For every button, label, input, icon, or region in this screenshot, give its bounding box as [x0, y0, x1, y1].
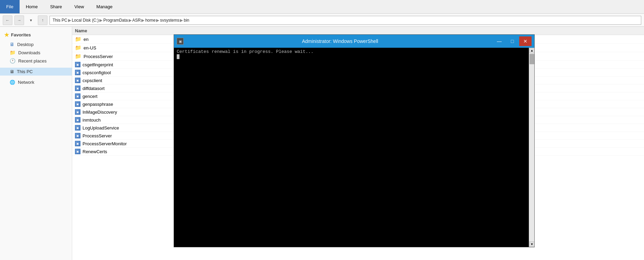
sidebar-item-recent[interactable]: 🕐 Recent places: [0, 57, 72, 65]
scroll-up-button[interactable]: ▲: [529, 48, 534, 53]
address-bar: ← → ▾ ↑ This PC ▶ Local Disk (C:) ▶ Prog…: [0, 14, 644, 27]
exe-icon: ▣: [75, 101, 80, 107]
path-separator: ▶: [156, 18, 159, 23]
recent-icon: 🕐: [10, 58, 15, 64]
path-separator: ▶: [141, 18, 144, 23]
file-name: gencert: [83, 94, 97, 99]
file-name: genpassphrase: [83, 102, 113, 107]
exe-icon: ▣: [75, 93, 80, 99]
exe-icon: ▣: [75, 70, 80, 75]
cursor-line: [177, 54, 526, 59]
sidebar-divider: [0, 76, 72, 78]
ps-content[interactable]: Certificates renewal is in progress. Ple…: [174, 48, 529, 247]
exe-icon: ▣: [75, 62, 80, 67]
sidebar-item-thispc[interactable]: 🖥 This PC: [0, 68, 72, 76]
sidebar-divider: [0, 65, 72, 68]
file-name: LogUploadService: [83, 125, 119, 131]
scroll-down-button[interactable]: ▼: [529, 241, 534, 247]
file-name: en-US: [84, 45, 96, 50]
powershell-window: ▣ Administrator: Windows PowerShell — □ …: [174, 34, 535, 247]
exe-icon: ▣: [75, 117, 80, 123]
ps-controls: — □ ✕: [493, 36, 532, 46]
sidebar-item-network[interactable]: 🌐 Network: [0, 78, 72, 86]
file-name: cspsconfigtool: [83, 70, 111, 75]
output-text: Certificates renewal is in progress. Ple…: [177, 49, 314, 54]
path-separator: ▶: [180, 18, 183, 23]
cursor: [177, 54, 179, 59]
exe-icon: ▣: [75, 78, 80, 83]
back-button[interactable]: ←: [3, 15, 12, 25]
path-separator: ▶: [68, 18, 71, 23]
sidebar: ★ Favorites 🖥 Desktop 📁 Downloads 🕐 Rece…: [0, 27, 72, 260]
path-part: ProgramData: [103, 18, 128, 23]
ps-title: Administrator: Windows PowerShell: [187, 38, 493, 44]
folder-icon: 📁: [75, 45, 81, 51]
forward-button[interactable]: →: [14, 15, 24, 25]
ps-titlebar: ▣ Administrator: Windows PowerShell — □ …: [174, 35, 534, 48]
path-part: ASR: [132, 18, 141, 23]
file-name: csgetfingerprint: [83, 62, 113, 67]
path-part: Local Disk (C:): [72, 18, 99, 23]
path-separator: ▶: [129, 18, 132, 23]
ps-scroll-track[interactable]: [529, 53, 534, 241]
ps-scroll-thumb[interactable]: [530, 54, 534, 64]
sidebar-item-desktop[interactable]: 🖥 Desktop: [0, 40, 72, 48]
dropdown-button[interactable]: ▾: [26, 15, 36, 25]
tab-view[interactable]: View: [68, 0, 90, 13]
network-icon: 🌐: [10, 80, 15, 85]
tab-home[interactable]: Home: [20, 0, 44, 13]
path-part: home: [145, 18, 155, 23]
folder-icon: 📁: [75, 53, 81, 59]
sidebar-item-label: Desktop: [17, 42, 34, 47]
minimize-button[interactable]: —: [493, 36, 505, 46]
sidebar-item-label: This PC: [17, 69, 33, 74]
file-list-header: Name: [72, 27, 644, 35]
path-part: svsystems: [160, 18, 179, 23]
ps-body: Certificates renewal is in progress. Ple…: [174, 48, 534, 247]
file-name: ProcessServer: [83, 133, 112, 138]
file-name: diffdatasort: [83, 86, 105, 91]
exe-icon: ▣: [75, 125, 80, 131]
file-name: RenewCerts: [83, 149, 107, 154]
tab-share[interactable]: Share: [44, 0, 68, 13]
favorites-header: ★ Favorites: [0, 30, 72, 40]
sidebar-item-label: Downloads: [18, 50, 40, 55]
tab-manage[interactable]: Manage: [90, 0, 119, 13]
exe-icon: ▣: [75, 86, 80, 91]
sidebar-item-label: Network: [18, 80, 34, 85]
folder-icon: 📁: [10, 50, 15, 55]
path-part: This PC: [53, 18, 67, 23]
favorites-label: Favorites: [11, 32, 31, 37]
exe-icon: ▣: [75, 141, 80, 146]
tab-file[interactable]: File: [0, 0, 20, 13]
thispc-icon: 🖥: [10, 69, 14, 74]
file-name: en: [84, 37, 88, 42]
file-name: ProcessServerMonitor: [83, 141, 127, 146]
exe-icon: ▣: [75, 109, 80, 115]
file-name: InMageDiscovery: [83, 110, 117, 115]
folder-icon: 📁: [75, 36, 81, 42]
maximize-button[interactable]: □: [506, 36, 519, 46]
file-name: ProcessServer: [84, 54, 113, 59]
exe-icon: ▣: [75, 149, 80, 154]
path-part: bin: [184, 18, 189, 23]
exe-icon: ▣: [75, 133, 80, 138]
close-button[interactable]: ✕: [519, 36, 532, 46]
folder-icon: 🖥: [10, 42, 14, 47]
address-path[interactable]: This PC ▶ Local Disk (C:) ▶ ProgramData …: [50, 16, 641, 25]
ribbon: File Home Share View Manage: [0, 0, 644, 14]
path-separator: ▶: [99, 18, 102, 23]
sidebar-item-label: Recent places: [18, 58, 46, 64]
column-name: Name: [75, 28, 87, 33]
ps-window-icon: ▣: [177, 38, 184, 45]
file-name: cxpsclient: [83, 78, 102, 83]
star-icon: ★: [4, 32, 9, 38]
up-button[interactable]: ↑: [38, 15, 47, 25]
ps-scrollbar: ▲ ▼: [529, 48, 534, 247]
file-name: inmtouch: [83, 117, 101, 123]
sidebar-item-downloads[interactable]: 📁 Downloads: [0, 48, 72, 57]
output-line: Certificates renewal is in progress. Ple…: [177, 49, 526, 54]
